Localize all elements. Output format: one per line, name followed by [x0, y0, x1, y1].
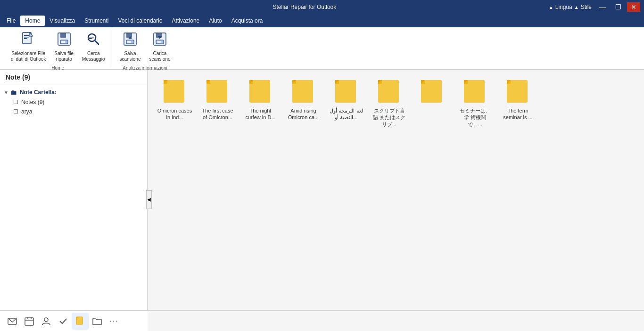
select-file-button[interactable]: Selezionare File di dati di Outlook [8, 29, 50, 65]
save-repaired-label: Salva file riparato [55, 51, 74, 62]
menu-acquista[interactable]: Acquista ora [227, 16, 268, 26]
menu-aiuto[interactable]: Aiuto [204, 16, 226, 26]
svg-rect-16 [127, 41, 131, 43]
load-scan-button[interactable]: Carica scansione [146, 29, 173, 65]
tree-root-label: Note Cartella: [20, 89, 57, 96]
note-label-8: セミナーは、学 術機関で、... [457, 107, 493, 128]
load-scan-icon [152, 32, 167, 50]
note-item-7[interactable] [414, 79, 450, 128]
app-title: Stellar Repair for Outlook [60, 4, 549, 10]
title-bar: Stellar Repair for Outlook ▲ Lingua ▲ St… [0, 0, 644, 14]
svg-rect-51 [25, 318, 33, 325]
svg-rect-14 [126, 33, 132, 38]
svg-rect-2 [24, 37, 29, 38]
ribbon-group-analizza: Salva scansione Carica scansione Analizz… [112, 29, 177, 67]
notes-grid: Omicron cases in Ind... The first case o… [157, 79, 635, 128]
save-scan-label: Salva scansione [119, 51, 140, 62]
nav-notes-button[interactable] [72, 313, 89, 330]
language-up-icon: ▲ [549, 5, 553, 10]
content-area: Omicron cases in Ind... The first case o… [148, 70, 644, 310]
svg-rect-6 [60, 33, 66, 38]
menu-attivazione[interactable]: Attivazione [167, 16, 205, 26]
save-repaired-icon [57, 32, 72, 50]
svg-rect-34 [292, 80, 296, 84]
bottom-nav: ··· [0, 310, 148, 331]
menu-file[interactable]: File [2, 16, 20, 26]
svg-rect-56 [76, 317, 83, 324]
note-item-4[interactable]: Amid rising Omicron ca... [286, 79, 321, 128]
note-label-6: スクリプト言語 またはスクリプ... [372, 107, 407, 128]
tree-root-item[interactable]: ▼ 🖿 Note Cartella: [0, 87, 147, 97]
note-item-3[interactable]: The night curfew in D... [243, 79, 278, 128]
note-icon-3 [248, 79, 274, 105]
note-item-9[interactable]: The term seminar is ... [500, 79, 536, 128]
sidebar-header: Note (9) [0, 70, 147, 85]
search-message-icon [86, 32, 101, 50]
stile-label[interactable]: Stile [581, 4, 592, 10]
save-repaired-button[interactable]: Salva file riparato [51, 29, 77, 65]
note-label-9: The term seminar is ... [500, 107, 536, 121]
note-icon-7 [419, 79, 446, 105]
tree-child-notes-label: Notes (9) [21, 99, 44, 105]
nav-contacts-button[interactable] [38, 313, 55, 330]
svg-rect-40 [378, 80, 382, 84]
svg-rect-12 [89, 38, 92, 39]
note-icon-4 [290, 79, 317, 105]
tree-folder-icon: 🖿 [10, 89, 17, 96]
note-icon-6 [376, 79, 403, 105]
nav-more-button[interactable]: ··· [106, 313, 123, 330]
sidebar-collapse-button[interactable]: ◀ [146, 190, 152, 209]
note-label-1: Omicron cases in Ind... [157, 107, 192, 121]
nav-folders-button[interactable] [89, 313, 106, 330]
select-file-icon [21, 32, 36, 50]
ribbon-group-home: Selezionare File di dati di Outlook Salv… [4, 29, 112, 67]
ribbon-analizza-buttons: Salva scansione Carica scansione [116, 29, 173, 65]
note-icon-9 [505, 79, 531, 105]
nav-tasks-button[interactable] [55, 313, 72, 330]
tree-arrow-icon: ▼ [4, 90, 8, 95]
svg-rect-31 [249, 80, 253, 84]
note-item-8[interactable]: セミナーは、学 術機関で、... [457, 79, 493, 128]
note-item-2[interactable]: The first case of Omicron... [200, 79, 235, 128]
menu-strumenti[interactable]: Strumenti [80, 16, 113, 26]
note-icon-5 [333, 79, 360, 105]
load-scan-label: Carica scansione [149, 51, 170, 62]
ribbon: Selezionare File di dati di Outlook Salv… [0, 27, 644, 70]
bottom-content-spacer [148, 310, 644, 331]
note-item-6[interactable]: スクリプト言語 またはスクリプ... [372, 79, 407, 128]
tree-child-arya-icon: ☐ [13, 108, 18, 115]
menu-bar: File Home Visualizza Strumenti Voci di c… [0, 14, 644, 27]
note-icon-1 [162, 79, 188, 105]
note-label-5: لغة البرمجة أول النصية أو... [329, 107, 364, 121]
svg-rect-3 [24, 38, 27, 39]
maximize-button[interactable]: ❐ [611, 2, 625, 12]
minimize-button[interactable]: — [595, 2, 610, 12]
note-item-5[interactable]: لغة البرمجة أول النصية أو... [329, 79, 364, 128]
save-scan-icon [123, 32, 138, 50]
note-item-1[interactable]: Omicron cases in Ind... [157, 79, 192, 128]
main-area: ◀ Note (9) ▼ 🖿 Note Cartella: ☐ Notes (9… [0, 70, 644, 310]
tree-child-notes[interactable]: ☐ Notes (9) [0, 97, 147, 107]
svg-rect-37 [335, 80, 339, 84]
svg-rect-49 [507, 80, 511, 84]
close-button[interactable]: ✕ [627, 2, 640, 12]
svg-rect-1 [24, 35, 29, 36]
save-scan-button[interactable]: Salva scansione [116, 29, 144, 65]
tree-child-arya[interactable]: ☐ arya [0, 107, 147, 116]
bottom-bar-wrapper: ··· [0, 310, 644, 331]
menu-home[interactable]: Home [20, 16, 45, 26]
select-file-label: Selezionare File di dati di Outlook [11, 51, 46, 62]
language-style-area: ▲ Lingua ▲ Stile [549, 4, 592, 10]
search-message-button[interactable]: Cerca Messaggio [79, 29, 108, 65]
note-label-3: The night curfew in D... [243, 107, 278, 121]
nav-mail-button[interactable] [4, 313, 21, 330]
ribbon-home-buttons: Selezionare File di dati di Outlook Salv… [8, 29, 108, 65]
svg-line-10 [95, 40, 99, 44]
note-icon-8 [462, 79, 488, 105]
search-message-label: Cerca Messaggio [82, 51, 105, 62]
menu-visualizza[interactable]: Visualizza [45, 16, 80, 26]
tree-child-arya-label: arya [21, 108, 32, 115]
lingua-label[interactable]: Lingua [555, 4, 572, 10]
menu-voci-calendario[interactable]: Voci di calendario [114, 16, 167, 26]
nav-calendar-button[interactable] [21, 313, 38, 330]
